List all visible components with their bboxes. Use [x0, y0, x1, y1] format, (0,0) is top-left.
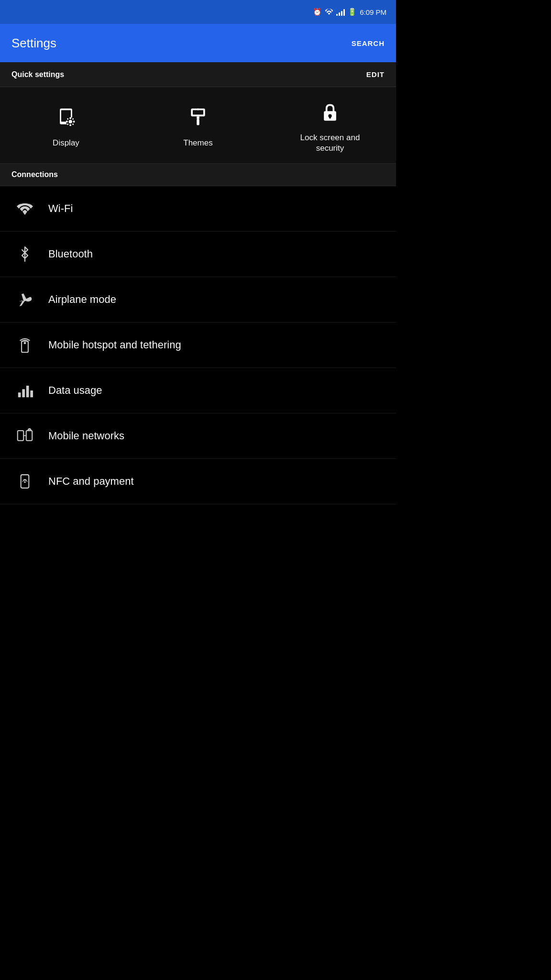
datausage-item[interactable]: Data usage: [0, 368, 396, 413]
status-time: 6:09 PM: [360, 8, 386, 16]
svg-rect-13: [193, 110, 203, 114]
svg-rect-24: [26, 386, 29, 397]
airplane-label: Airplane mode: [48, 293, 116, 306]
page-title: Settings: [11, 36, 56, 51]
mobilenetworks-label: Mobile networks: [48, 430, 124, 442]
svg-point-30: [24, 481, 25, 483]
status-icons: ⏰ 🔋 6:09 PM: [313, 8, 386, 16]
app-header: Settings SEARCH: [0, 24, 396, 62]
quick-settings-lockscreen[interactable]: Lock screen and security: [264, 101, 395, 154]
signal-icon: [336, 8, 345, 16]
wifi-icon: [11, 202, 38, 215]
svg-rect-7: [73, 121, 75, 122]
svg-rect-23: [22, 389, 25, 397]
wifi-status-icon: [325, 8, 333, 16]
svg-rect-4: [69, 117, 71, 119]
themes-label: Themes: [183, 138, 212, 148]
quick-settings-label: Quick settings: [11, 70, 64, 79]
edit-button[interactable]: EDIT: [366, 70, 385, 78]
display-label: Display: [53, 138, 79, 148]
battery-icon: 🔋: [348, 8, 357, 16]
datausage-icon: [11, 382, 38, 399]
svg-rect-19: [329, 116, 331, 119]
svg-rect-27: [26, 431, 32, 441]
bluetooth-item[interactable]: Bluetooth: [0, 232, 396, 277]
search-button[interactable]: SEARCH: [352, 39, 385, 47]
svg-rect-5: [69, 124, 71, 126]
connections-section-header: Connections: [0, 164, 396, 186]
mobilenetworks-item[interactable]: Mobile networks: [0, 413, 396, 459]
connections-label: Connections: [11, 170, 58, 178]
svg-rect-22: [18, 392, 21, 397]
lock-icon: [320, 101, 341, 126]
datausage-label: Data usage: [48, 384, 102, 397]
hotspot-item[interactable]: Mobile hotspot and tethering: [0, 323, 396, 368]
bluetooth-label: Bluetooth: [48, 248, 93, 260]
svg-rect-25: [30, 390, 33, 397]
lockscreen-label: Lock screen and security: [300, 133, 360, 154]
nfc-icon: [11, 473, 38, 490]
airplane-item[interactable]: Airplane mode: [0, 277, 396, 323]
mobilenetworks-icon: [11, 427, 38, 445]
quick-settings-grid: Display Themes: [0, 87, 396, 164]
svg-point-3: [68, 120, 72, 123]
nfc-item[interactable]: NFC and payment: [0, 459, 396, 504]
bluetooth-icon: [11, 245, 38, 263]
svg-point-21: [24, 343, 25, 344]
airplane-icon: [11, 291, 38, 308]
nfc-label: NFC and payment: [48, 475, 134, 488]
svg-rect-16: [198, 109, 198, 111]
hotspot-label: Mobile hotspot and tethering: [48, 339, 181, 351]
svg-rect-14: [197, 116, 199, 119]
quick-settings-bar: Quick settings EDIT: [0, 62, 396, 87]
hotspot-icon: [11, 336, 38, 354]
svg-rect-26: [17, 431, 23, 441]
wifi-label: Wi-Fi: [48, 202, 73, 215]
themes-icon: [187, 107, 209, 131]
quick-settings-display[interactable]: Display: [0, 107, 131, 148]
quick-settings-themes[interactable]: Themes: [132, 107, 263, 148]
svg-rect-6: [66, 121, 68, 122]
alarm-icon: ⏰: [313, 8, 322, 16]
status-bar: ⏰ 🔋 6:09 PM: [0, 0, 396, 24]
wifi-item[interactable]: Wi-Fi: [0, 186, 396, 232]
display-icon: [55, 107, 77, 131]
settings-list: Wi-Fi Bluetooth Airplane mode: [0, 186, 396, 504]
svg-rect-15: [197, 119, 199, 125]
